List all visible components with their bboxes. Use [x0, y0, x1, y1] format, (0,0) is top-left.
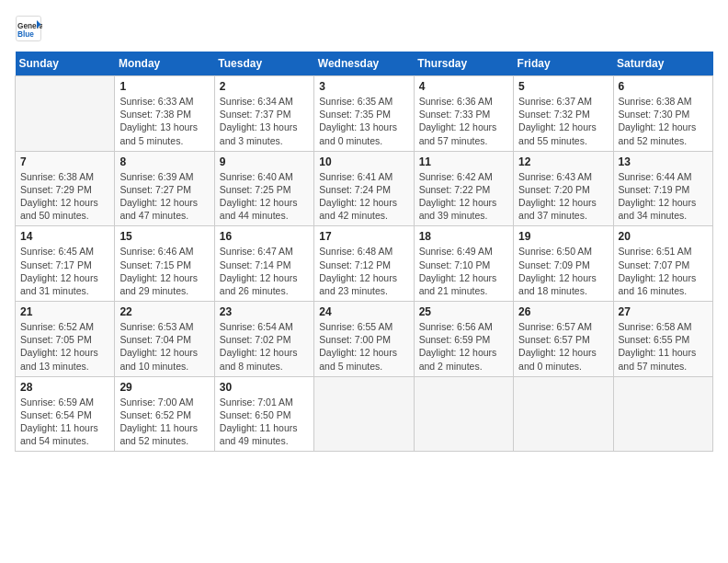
cell-text-line: and 52 minutes. — [119, 434, 209, 447]
cell-text-line: Daylight: 12 hours — [220, 196, 309, 209]
day-number: 20 — [619, 230, 708, 243]
cell-text-line: and 0 minutes. — [518, 360, 608, 373]
header-cell-friday: Friday — [514, 52, 613, 76]
cell-text-line: Sunset: 7:04 PM — [119, 333, 209, 346]
cell-text-line: Daylight: 12 hours — [119, 346, 209, 359]
day-number: 21 — [20, 305, 109, 318]
cell-text-line: Sunrise: 6:38 AM — [619, 95, 708, 108]
cell-text-line: Sunset: 7:35 PM — [319, 108, 408, 121]
cell-text-line: Daylight: 13 hours — [319, 121, 408, 133]
cell-text-line: Daylight: 11 hours — [619, 346, 708, 359]
day-number: 22 — [119, 305, 209, 318]
cell-text-line: Sunrise: 6:57 AM — [518, 320, 608, 333]
cell-text-line: Sunrise: 6:47 AM — [220, 245, 309, 258]
day-number: 15 — [119, 230, 209, 243]
cell-text-line: Sunset: 7:33 PM — [419, 108, 508, 121]
cell-text-line: Sunset: 6:52 PM — [119, 408, 209, 421]
calendar-cell: 19Sunrise: 6:50 AMSunset: 7:09 PMDayligh… — [514, 226, 613, 302]
cell-text-line: Sunset: 7:19 PM — [619, 183, 708, 196]
day-number: 25 — [419, 305, 508, 318]
day-number: 24 — [319, 305, 408, 318]
cell-text-line: and 0 minutes. — [319, 134, 408, 147]
cell-text-line: Sunrise: 6:34 AM — [220, 95, 309, 108]
cell-text-line: Daylight: 13 hours — [119, 121, 209, 133]
week-row-1: 1Sunrise: 6:33 AMSunset: 7:38 PMDaylight… — [16, 76, 713, 152]
day-number: 29 — [119, 381, 209, 394]
cell-text-line: Sunset: 7:38 PM — [119, 108, 209, 121]
calendar-cell: 22Sunrise: 6:53 AMSunset: 7:04 PMDayligh… — [115, 302, 214, 377]
cell-text-line: Sunset: 7:22 PM — [419, 183, 508, 196]
day-number: 8 — [119, 155, 209, 168]
cell-text-line: and 52 minutes. — [619, 134, 708, 147]
calendar-cell: 18Sunrise: 6:49 AMSunset: 7:10 PMDayligh… — [414, 226, 513, 302]
cell-text-line: Sunset: 7:24 PM — [319, 183, 408, 196]
calendar-cell — [314, 376, 414, 452]
calendar-cell: 3Sunrise: 6:35 AMSunset: 7:35 PMDaylight… — [314, 76, 414, 152]
cell-text-line: Sunrise: 6:59 AM — [20, 396, 109, 408]
cell-text-line: Sunset: 6:59 PM — [419, 333, 508, 346]
day-number: 19 — [518, 230, 608, 243]
cell-text-line: Daylight: 12 hours — [20, 271, 109, 284]
day-number: 30 — [220, 381, 309, 394]
calendar-cell: 7Sunrise: 6:38 AMSunset: 7:29 PMDaylight… — [16, 151, 115, 226]
calendar-cell: 21Sunrise: 6:52 AMSunset: 7:05 PMDayligh… — [16, 302, 115, 377]
header-cell-thursday: Thursday — [414, 52, 513, 76]
header-row: SundayMondayTuesdayWednesdayThursdayFrid… — [16, 52, 713, 76]
cell-text-line: Daylight: 12 hours — [20, 196, 109, 209]
day-number: 7 — [20, 155, 109, 168]
cell-text-line: Sunrise: 6:46 AM — [119, 245, 209, 258]
cell-text-line: and 49 minutes. — [220, 434, 309, 447]
day-number: 27 — [619, 305, 708, 318]
cell-text-line: Sunrise: 6:50 AM — [518, 245, 608, 258]
cell-text-line: Sunrise: 6:52 AM — [20, 320, 109, 333]
cell-text-line: Sunrise: 6:39 AM — [119, 170, 209, 183]
day-number: 5 — [518, 80, 608, 93]
cell-text-line: Sunrise: 6:36 AM — [419, 95, 508, 108]
cell-text-line: Sunset: 7:12 PM — [319, 259, 408, 271]
cell-text-line: Daylight: 12 hours — [518, 121, 608, 133]
cell-text-line: Daylight: 11 hours — [220, 421, 309, 434]
cell-text-line: Daylight: 12 hours — [419, 196, 508, 209]
cell-text-line: Sunrise: 6:41 AM — [319, 170, 408, 183]
day-number: 14 — [20, 230, 109, 243]
cell-text-line: Daylight: 12 hours — [518, 271, 608, 284]
cell-text-line: and 5 minutes. — [319, 360, 408, 373]
header-cell-saturday: Saturday — [613, 52, 712, 76]
cell-text-line: Sunrise: 6:35 AM — [319, 95, 408, 108]
cell-text-line: Daylight: 13 hours — [220, 121, 309, 133]
cell-text-line: Daylight: 12 hours — [619, 196, 708, 209]
cell-text-line: and 5 minutes. — [119, 134, 209, 147]
cell-text-line: Sunset: 6:57 PM — [518, 333, 608, 346]
day-number: 2 — [220, 80, 309, 93]
cell-text-line: Daylight: 12 hours — [419, 121, 508, 133]
cell-text-line: Daylight: 12 hours — [220, 346, 309, 359]
cell-text-line: Daylight: 12 hours — [220, 271, 309, 284]
calendar-cell: 6Sunrise: 6:38 AMSunset: 7:30 PMDaylight… — [613, 76, 712, 152]
cell-text-line: and 31 minutes. — [20, 284, 109, 297]
cell-text-line: and 55 minutes. — [518, 134, 608, 147]
cell-text-line: Sunrise: 6:58 AM — [619, 320, 708, 333]
cell-text-line: and 34 minutes. — [619, 209, 708, 222]
cell-text-line: and 26 minutes. — [220, 284, 309, 297]
cell-text-line: Daylight: 12 hours — [419, 346, 508, 359]
calendar-cell: 10Sunrise: 6:41 AMSunset: 7:24 PMDayligh… — [314, 151, 414, 226]
cell-text-line: Sunrise: 6:54 AM — [220, 320, 309, 333]
calendar-cell: 4Sunrise: 6:36 AMSunset: 7:33 PMDaylight… — [414, 76, 513, 152]
cell-text-line: and 44 minutes. — [220, 209, 309, 222]
calendar-cell: 15Sunrise: 6:46 AMSunset: 7:15 PMDayligh… — [115, 226, 214, 302]
cell-text-line: Daylight: 12 hours — [319, 196, 408, 209]
day-number: 26 — [518, 305, 608, 318]
header-cell-monday: Monday — [115, 52, 214, 76]
cell-text-line: Sunrise: 6:53 AM — [119, 320, 209, 333]
cell-text-line: and 57 minutes. — [619, 360, 708, 373]
cell-text-line: Sunset: 6:50 PM — [220, 408, 309, 421]
calendar-cell: 11Sunrise: 6:42 AMSunset: 7:22 PMDayligh… — [414, 151, 513, 226]
cell-text-line: and 39 minutes. — [419, 209, 508, 222]
cell-text-line: Sunset: 7:20 PM — [518, 183, 608, 196]
cell-text-line: and 50 minutes. — [20, 209, 109, 222]
day-number: 17 — [319, 230, 408, 243]
day-number: 1 — [119, 80, 209, 93]
cell-text-line: Sunrise: 7:00 AM — [119, 396, 209, 408]
cell-text-line: and 57 minutes. — [419, 134, 508, 147]
day-number: 9 — [220, 155, 309, 168]
